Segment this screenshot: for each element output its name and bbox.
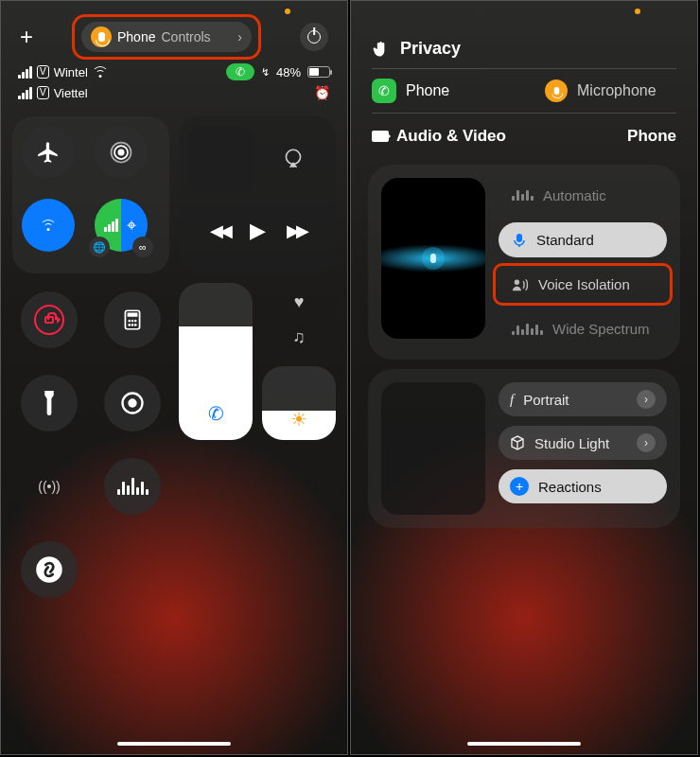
add-control-button[interactable]: + bbox=[20, 24, 33, 50]
home-indicator[interactable] bbox=[467, 742, 581, 746]
effect-studio-light[interactable]: Studio Light › bbox=[499, 426, 667, 460]
connectivity-tile[interactable]: ⌖ ∞ 🌐 bbox=[12, 116, 169, 273]
phone-icon: ✆ bbox=[236, 65, 245, 79]
battery-charging-icon: ↯ bbox=[261, 66, 270, 79]
effect-label: Studio Light bbox=[534, 435, 609, 451]
audio-video-title: Audio & Video bbox=[396, 127, 506, 146]
svg-point-10 bbox=[131, 324, 134, 326]
mic-mode-wide-spectrum[interactable]: Wide Spectrum bbox=[499, 311, 667, 346]
portrait-icon: f bbox=[510, 392, 514, 408]
mic-icon bbox=[91, 26, 112, 47]
privacy-header: Privacy bbox=[351, 1, 697, 68]
svg-point-6 bbox=[128, 320, 131, 323]
side-icons-col: ♥ ♫ bbox=[262, 283, 336, 357]
media-next-button[interactable]: ▶▶ bbox=[287, 220, 306, 241]
record-icon bbox=[119, 390, 146, 416]
privacy-title: Privacy bbox=[400, 39, 461, 59]
effect-label: Portrait bbox=[523, 392, 569, 408]
power-button[interactable] bbox=[300, 23, 328, 51]
privacy-microphone-row[interactable]: Microphone bbox=[524, 69, 697, 113]
signal-icon bbox=[18, 87, 32, 99]
airdrop-toggle[interactable] bbox=[95, 126, 148, 179]
effect-label: Reactions bbox=[538, 479, 602, 495]
video-effects-card: f Portrait › Studio Light › + Reactions bbox=[368, 369, 680, 528]
svg-rect-15 bbox=[516, 234, 522, 242]
volume-slider[interactable]: ✆ bbox=[179, 283, 253, 440]
airplane-mode-toggle[interactable] bbox=[22, 126, 75, 179]
privacy-microphone-label: Microphone bbox=[577, 82, 656, 99]
chevron-right-icon: › bbox=[637, 390, 656, 409]
top-row: + Phone Controls › bbox=[1, 1, 347, 58]
phone-controls-label-phone: Phone bbox=[117, 29, 155, 44]
airplay-icon bbox=[281, 147, 306, 171]
flashlight-toggle[interactable] bbox=[21, 375, 78, 431]
status-row-2: V Viettel ⏰ bbox=[18, 82, 330, 103]
shazam-icon bbox=[35, 555, 63, 584]
chevron-right-icon: › bbox=[637, 433, 656, 452]
video-icon bbox=[372, 131, 389, 142]
mic-mode-label: Automatic bbox=[543, 187, 606, 203]
brightness-slider[interactable]: ☀ bbox=[262, 366, 336, 440]
privacy-phone-row[interactable]: ✆ Phone bbox=[351, 69, 524, 113]
broadcast-icon[interactable]: ((•)) bbox=[38, 479, 61, 494]
waveform-icon bbox=[512, 324, 543, 335]
chevron-right-icon: › bbox=[237, 29, 242, 44]
rotation-lock-icon bbox=[34, 305, 64, 335]
alarm-icon: ⏰ bbox=[314, 85, 330, 100]
mic-mode-label: Voice Isolation bbox=[538, 276, 630, 292]
mic-in-use-indicator bbox=[635, 9, 640, 14]
phone-controls-pill[interactable]: Phone Controls › bbox=[81, 22, 252, 52]
mic-mode-label: Standard bbox=[536, 232, 594, 248]
privacy-phone-label: Phone bbox=[406, 82, 449, 99]
effect-portrait[interactable]: f Portrait › bbox=[499, 382, 667, 416]
cellular-icon bbox=[104, 219, 118, 232]
audio-video-app-name: Phone bbox=[627, 127, 676, 146]
hand-icon bbox=[372, 40, 391, 59]
favorite-icon[interactable]: ♥ bbox=[294, 292, 305, 312]
mic-mode-standard[interactable]: Standard bbox=[499, 222, 667, 257]
calculator-button[interactable] bbox=[104, 291, 161, 348]
mic-icon bbox=[545, 79, 568, 102]
personal-hotspot-icon: ∞ bbox=[132, 237, 153, 257]
music-icon[interactable]: ♫ bbox=[292, 327, 306, 347]
svg-point-3 bbox=[286, 150, 300, 164]
sim-slot-indicator: V bbox=[37, 86, 49, 99]
active-call-pill[interactable]: ✆ bbox=[226, 63, 254, 80]
phone-app-icon: ✆ bbox=[372, 79, 396, 103]
shazam-button[interactable] bbox=[21, 541, 78, 598]
svg-point-14 bbox=[36, 556, 62, 583]
audio-video-settings-pane: Privacy ✆ Phone Microphone Audio & Video… bbox=[350, 0, 698, 755]
rotation-lock-toggle[interactable] bbox=[21, 291, 78, 348]
carrier-1: Wintel bbox=[54, 65, 88, 79]
power-icon bbox=[307, 30, 321, 44]
svg-point-8 bbox=[134, 320, 137, 323]
phone-icon: ✆ bbox=[208, 402, 224, 425]
voice-isolation-icon bbox=[512, 277, 529, 292]
wifi-icon bbox=[41, 220, 56, 231]
media-prev-button[interactable]: ◀◀ bbox=[210, 220, 229, 241]
flashlight-icon bbox=[39, 391, 60, 415]
mic-mode-automatic[interactable]: Automatic bbox=[499, 178, 667, 213]
airplane-icon bbox=[36, 140, 61, 165]
wifi-toggle[interactable] bbox=[22, 199, 75, 252]
media-controls: ◀◀ ▶ ▶▶ bbox=[188, 198, 326, 264]
bluetooth-icon: ⌖ bbox=[127, 216, 136, 236]
svg-point-13 bbox=[128, 398, 136, 407]
cube-icon bbox=[510, 435, 525, 450]
svg-point-16 bbox=[515, 279, 519, 284]
now-playing-artwork[interactable] bbox=[188, 126, 254, 192]
control-center-pane: + Phone Controls › V Wintel ✆ ↯ 48% bbox=[0, 0, 348, 755]
airplay-button[interactable] bbox=[260, 126, 326, 192]
media-play-button[interactable]: ▶ bbox=[250, 219, 266, 243]
sound-recognition-button[interactable] bbox=[104, 458, 161, 515]
effect-reactions[interactable]: + Reactions bbox=[499, 469, 667, 503]
media-tile[interactable]: ◀◀ ▶ ▶▶ bbox=[179, 116, 336, 273]
home-indicator[interactable] bbox=[117, 742, 231, 746]
status-row-1: V Wintel ✆ ↯ 48% bbox=[18, 62, 330, 82]
mic-mode-voice-isolation[interactable]: Voice Isolation bbox=[499, 267, 667, 302]
cellular-bluetooth-toggle[interactable]: ⌖ ∞ 🌐 bbox=[95, 199, 148, 252]
mic-in-use-indicator bbox=[285, 9, 290, 14]
screen-record-button[interactable] bbox=[104, 375, 161, 431]
svg-rect-5 bbox=[128, 312, 138, 316]
wifi-icon bbox=[93, 66, 108, 78]
